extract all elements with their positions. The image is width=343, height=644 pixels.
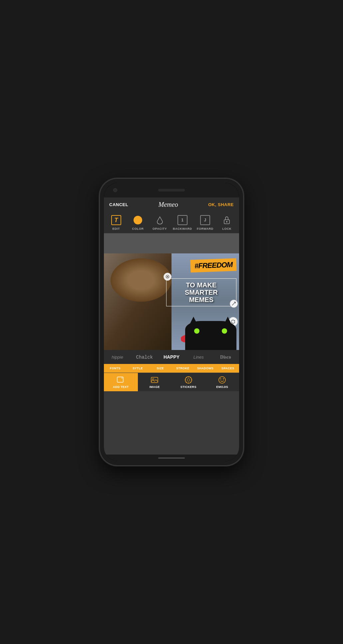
- main-text: TO MAKE SMARTER MEMES: [169, 281, 233, 303]
- toolbar-backward[interactable]: 1 BACKWARD: [173, 214, 192, 230]
- svg-line-5: [232, 302, 235, 305]
- cat-sticker[interactable]: [185, 321, 236, 350]
- tab-stroke-label: STROKE: [176, 367, 189, 370]
- svg-rect-11: [151, 377, 158, 383]
- backward-box: 1: [177, 215, 187, 225]
- font-chalk-label: Chalck: [136, 355, 153, 360]
- phone-frame: CANCEL Memeo OK, SHARE T EDIT COLOR: [100, 179, 243, 465]
- font-happy[interactable]: HAPPY: [158, 354, 185, 360]
- lock-label: LOCK: [222, 227, 231, 230]
- svg-point-22: [187, 379, 190, 381]
- svg-text:+: +: [121, 377, 123, 380]
- font-lines-label: Lines: [193, 355, 204, 360]
- tab-fonts-label: FONTS: [110, 367, 121, 370]
- bottom-action-bar: T + ADD TEXT IMAGE: [104, 373, 239, 391]
- text-line3: MEMES: [169, 296, 233, 303]
- image-label: IMAGE: [150, 385, 160, 389]
- svg-line-20: [190, 378, 191, 378]
- font-disco[interactable]: Disco: [212, 354, 239, 360]
- text-line2: SMARTER: [169, 289, 233, 296]
- text-line1: TO MAKE: [169, 281, 233, 289]
- tab-shadows[interactable]: SHADOWS: [194, 365, 217, 371]
- cat-eye-left: [194, 328, 199, 334]
- edit-label: EDIT: [112, 227, 120, 230]
- svg-point-23: [219, 377, 225, 383]
- bottom-tabs: FONTS SYTLE SIZE STROKE SHADOWS SPACES: [104, 364, 239, 373]
- cat-ear-right: [224, 317, 231, 323]
- toolbar: T EDIT COLOR OPACITY: [104, 212, 239, 233]
- action-image[interactable]: IMAGE: [138, 373, 172, 391]
- font-lines[interactable]: Lines: [185, 354, 212, 360]
- lock-icon: [221, 214, 232, 226]
- add-text-icon: T +: [117, 376, 125, 384]
- backward-label: BACKWARD: [173, 227, 192, 230]
- app-content: CANCEL Memeo OK, SHARE T EDIT COLOR: [104, 197, 239, 455]
- font-hippie[interactable]: hippie: [104, 354, 131, 360]
- app-logo: Memeo: [159, 201, 178, 208]
- color-label: COLOR: [132, 227, 144, 230]
- backward-icon: 1: [177, 214, 188, 226]
- font-hippie-label: hippie: [112, 355, 123, 360]
- header: CANCEL Memeo OK, SHARE: [104, 197, 239, 212]
- tab-shadows-label: SHADOWS: [197, 367, 213, 370]
- cat-eye-right: [222, 328, 227, 334]
- forward-box: J: [200, 215, 210, 225]
- emojis-label: EMOJIS: [216, 385, 228, 389]
- font-happy-label: HAPPY: [164, 354, 179, 360]
- text-overlay[interactable]: TO MAKE SMARTER MEMES: [166, 278, 236, 306]
- delete-handle[interactable]: [164, 273, 172, 281]
- tab-size-label: SIZE: [157, 367, 164, 370]
- tab-size[interactable]: SIZE: [149, 365, 172, 371]
- tab-spaces[interactable]: SPACES: [216, 365, 239, 371]
- home-bar: [158, 458, 185, 459]
- tab-stroke[interactable]: STROKE: [172, 365, 194, 371]
- gray-space: [104, 233, 239, 253]
- tab-style[interactable]: SYTLE: [127, 365, 149, 371]
- color-dot: [134, 216, 142, 224]
- toolbar-opacity[interactable]: OPACITY: [151, 214, 169, 230]
- meme-image: #FREEDOM TO MAKE SMARTER MEMES: [104, 253, 239, 350]
- emojis-icon: [218, 376, 226, 384]
- toolbar-color[interactable]: COLOR: [129, 214, 147, 230]
- add-text-label: ADD TEXT: [113, 385, 129, 389]
- action-emojis[interactable]: EMOJIS: [205, 373, 239, 391]
- text-edit-icon: T: [111, 214, 122, 226]
- freedom-sticker[interactable]: #FREEDOM: [190, 258, 236, 273]
- font-chalk[interactable]: Chalck: [131, 354, 158, 360]
- cancel-button[interactable]: CANCEL: [109, 202, 128, 207]
- svg-line-18: [186, 378, 186, 378]
- speaker: [158, 189, 185, 191]
- home-indicator: [104, 455, 239, 461]
- svg-line-19: [190, 382, 191, 383]
- cat-body: [185, 321, 236, 350]
- color-circle-icon: [132, 214, 144, 226]
- forward-icon: J: [199, 214, 211, 226]
- person-face: [111, 258, 172, 302]
- action-add-text[interactable]: T + ADD TEXT: [104, 373, 138, 391]
- opacity-drop-icon: [154, 214, 166, 226]
- cat-ear-left: [190, 317, 197, 323]
- stickers-icon: [184, 376, 193, 384]
- action-stickers[interactable]: STICKERS: [172, 373, 205, 391]
- edit-icon-box: T: [111, 215, 121, 225]
- svg-point-12: [153, 379, 154, 380]
- tab-fonts[interactable]: FONTS: [104, 365, 127, 371]
- toolbar-forward[interactable]: J FORWARD: [196, 214, 214, 230]
- image-icon: [150, 376, 159, 384]
- toolbar-lock[interactable]: LOCK: [218, 214, 235, 230]
- meme-canvas[interactable]: #FREEDOM TO MAKE SMARTER MEMES: [104, 253, 239, 350]
- tab-spaces-label: SPACES: [221, 367, 234, 370]
- freedom-text: #FREEDOM: [194, 260, 232, 270]
- stickers-label: STICKERS: [180, 385, 196, 389]
- svg-line-21: [186, 382, 186, 383]
- forward-label: FORWARD: [197, 227, 213, 230]
- phone-inner: CANCEL Memeo OK, SHARE T EDIT COLOR: [104, 183, 239, 461]
- font-disco-label: Disco: [220, 355, 231, 360]
- toolbar-edit[interactable]: T EDIT: [108, 214, 125, 230]
- resize-handle[interactable]: [230, 300, 238, 308]
- svg-line-26: [220, 378, 221, 379]
- tab-style-label: SYTLE: [133, 367, 143, 370]
- svg-text:T: T: [118, 378, 121, 382]
- svg-point-1: [226, 221, 227, 222]
- ok-share-button[interactable]: OK, SHARE: [208, 202, 234, 207]
